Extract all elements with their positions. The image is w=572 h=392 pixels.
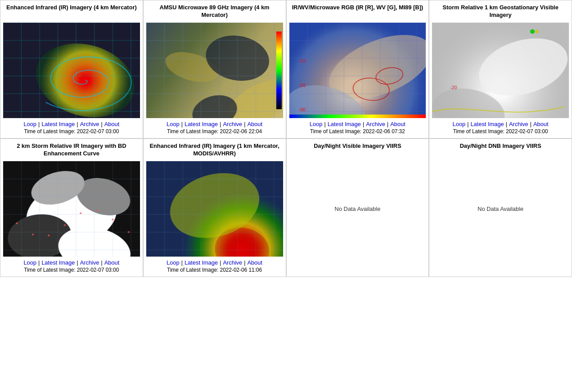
archive-link[interactable]: Archive [223, 259, 242, 266]
separator: | [363, 121, 364, 127]
separator: | [101, 121, 102, 127]
panel-title: Day/Night DNB Imagery VIIRS [460, 143, 541, 158]
panel-links: Loop | Latest Image | Archive | About [167, 259, 263, 266]
satellite-image-canvas [146, 23, 283, 118]
about-link[interactable]: About [104, 259, 120, 266]
panel-title: Enhanced Infrared (IR) Imagery (4 km Mer… [6, 4, 136, 20]
latest-image-link[interactable]: Latest Image [184, 259, 218, 266]
main-grid: Enhanced Infrared (IR) Imagery (4 km Mer… [0, 0, 572, 277]
panel-links: Loop | Latest Image | Archive | About [452, 121, 548, 127]
satellite-image-canvas [432, 23, 569, 118]
separator: | [244, 121, 245, 127]
loop-link[interactable]: Loop [167, 259, 180, 266]
separator: | [387, 121, 388, 127]
latest-image-link[interactable]: Latest Image [41, 121, 75, 127]
panel-title: AMSU Microwave 89 GHz Imagery (4 km Merc… [146, 4, 283, 20]
no-data-label: No Data Available [335, 206, 380, 212]
panel-links: Loop | Latest Image | Archive | About [24, 259, 120, 266]
loop-link[interactable]: Loop [452, 121, 465, 127]
satellite-image-canvas [3, 23, 140, 118]
panel-image [432, 23, 569, 118]
separator: | [77, 259, 78, 266]
satellite-image-canvas [289, 23, 426, 118]
separator: | [220, 259, 221, 266]
loop-link[interactable]: Loop [24, 121, 36, 127]
panel-ir-4km: Enhanced Infrared (IR) Imagery (4 km Mer… [0, 0, 143, 139]
about-link[interactable]: About [533, 121, 548, 127]
panel-links: Loop | Latest Image | Archive | About [24, 121, 120, 127]
panel-image [3, 23, 140, 118]
panel-dnb-vis: Day/Night Visible Imagery VIIRSNo Data A… [286, 139, 429, 277]
about-link[interactable]: About [247, 259, 262, 266]
separator: | [220, 121, 221, 127]
panel-vis-geo: Storm Relative 1 km Geostationary Visibl… [429, 0, 572, 139]
separator: | [324, 121, 326, 127]
separator: | [244, 259, 245, 266]
loop-link[interactable]: Loop [167, 121, 180, 127]
latest-image-link[interactable]: Latest Image [184, 121, 218, 127]
panel-dnb: Day/Night DNB Imagery VIIRSNo Data Avail… [429, 139, 572, 277]
panel-links: Loop | Latest Image | Archive | About [167, 121, 263, 127]
latest-image-link[interactable]: Latest Image [328, 121, 361, 127]
archive-link[interactable]: Archive [223, 121, 242, 127]
panel-time: Time of Latest Image: 2022-02-07 03:00 [24, 267, 119, 273]
satellite-image-canvas [3, 161, 140, 257]
loop-link[interactable]: Loop [24, 259, 36, 266]
panel-title: Enhanced Infrared (IR) Imagery (1 km Mer… [146, 143, 283, 158]
panel-amsu: AMSU Microwave 89 GHz Imagery (4 km Merc… [143, 0, 286, 139]
separator: | [530, 121, 532, 127]
panel-time: Time of Latest Image: 2022-02-07 03:00 [24, 128, 119, 135]
panel-title: Storm Relative 1 km Geostationary Visibl… [432, 4, 569, 20]
separator: | [38, 259, 40, 266]
separator: | [38, 121, 40, 127]
panel-time: Time of Latest Image: 2022-02-06 11:06 [167, 267, 262, 273]
satellite-image-canvas [146, 161, 283, 257]
latest-image-link[interactable]: Latest Image [471, 121, 504, 127]
archive-link[interactable]: Archive [366, 121, 385, 127]
panel-modis: Enhanced Infrared (IR) Imagery (1 km Mer… [143, 139, 286, 277]
panel-image [146, 161, 283, 257]
panel-image: No Data Available [289, 161, 426, 257]
panel-links: Loop | Latest Image | Archive | About [310, 121, 406, 127]
latest-image-link[interactable]: Latest Image [41, 259, 75, 266]
panel-image [289, 23, 426, 118]
archive-link[interactable]: Archive [509, 121, 528, 127]
separator: | [101, 259, 102, 266]
about-link[interactable]: About [104, 121, 120, 127]
about-link[interactable]: About [390, 121, 405, 127]
loop-link[interactable]: Loop [310, 121, 323, 127]
no-data-label: No Data Available [478, 206, 524, 212]
panel-image [146, 23, 283, 118]
panel-title: Day/Night Visible Imagery VIIRS [314, 143, 401, 158]
panel-rgb: IR/WV/Microwave RGB (IR [R], WV [G], MI8… [286, 0, 429, 139]
archive-link[interactable]: Archive [80, 121, 99, 127]
panel-bd: 2 km Storm Relative IR Imagery with BD E… [0, 139, 143, 277]
panel-title: 2 km Storm Relative IR Imagery with BD E… [3, 143, 140, 158]
panel-image [3, 161, 140, 257]
separator: | [77, 121, 78, 127]
separator: | [467, 121, 468, 127]
separator: | [181, 259, 183, 266]
about-link[interactable]: About [247, 121, 262, 127]
panel-time: Time of Latest Image: 2022-02-06 07:32 [310, 128, 405, 135]
panel-title: IR/WV/Microwave RGB (IR [R], WV [G], MI8… [292, 4, 423, 20]
panel-time: Time of Latest Image: 2022-02-07 03:00 [453, 128, 548, 135]
separator: | [181, 121, 183, 127]
panel-image: No Data Available [432, 161, 569, 257]
archive-link[interactable]: Archive [80, 259, 99, 266]
separator: | [506, 121, 507, 127]
panel-time: Time of Latest Image: 2022-02-06 22:04 [167, 128, 262, 135]
